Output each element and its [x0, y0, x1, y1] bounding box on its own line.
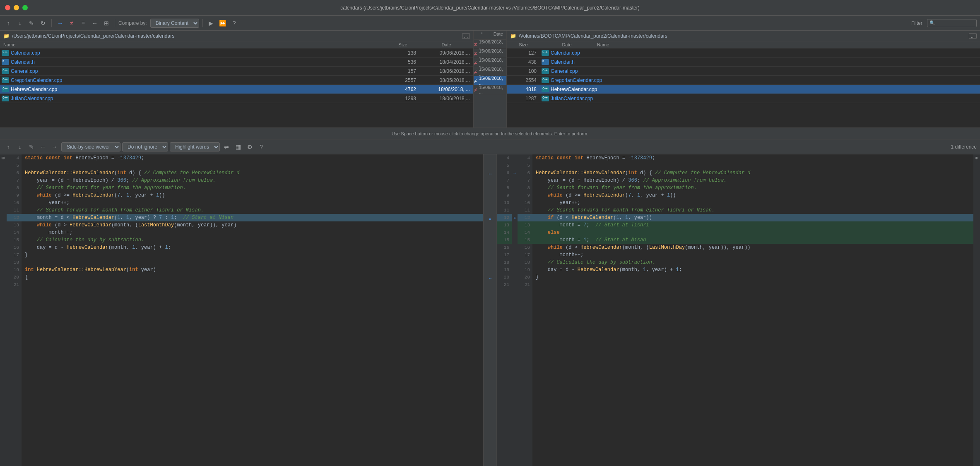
- diff-highlight-select[interactable]: Highlight words: [170, 142, 220, 151]
- right-ln-right-13: 13: [518, 221, 532, 229]
- right-code-line-20: }: [532, 274, 973, 281]
- arrow-right-button[interactable]: →: [55, 18, 65, 28]
- diff-settings-button[interactable]: ⇌: [222, 142, 231, 152]
- header-date-right: Date: [490, 31, 506, 39]
- left-ln-9: 9: [7, 192, 22, 199]
- right-path: /Volumes/BOOTCAMP/Calendar_pure2/Calenda…: [519, 33, 667, 39]
- left-file-row-3[interactable]: C++ GregorianCalendar.cpp 2557 08/05/201…: [0, 76, 473, 85]
- cpp-icon-0: C++: [2, 50, 9, 56]
- right-file-row-4[interactable]: 4818 C++ HebrewCalendar.cpp: [507, 85, 980, 94]
- left-size-4: 4762: [386, 86, 419, 92]
- left-date-1: 18/04/2018,...: [419, 59, 473, 65]
- right-ln-left-19: 19: [497, 266, 512, 274]
- right-size-4: 4818: [507, 86, 540, 92]
- right-arrow-12[interactable]: «: [513, 214, 515, 221]
- arrow-left-button[interactable]: ←: [90, 18, 100, 28]
- right-gutter-right: 4 5 6 7 8 9 10 11 12 13 14 15 16 17 18 1…: [518, 154, 532, 466]
- diff-edit-button[interactable]: ✎: [26, 142, 36, 152]
- right-ln-right-16: 16: [518, 244, 532, 251]
- close-button[interactable]: [5, 5, 10, 10]
- right-path-more-button[interactable]: ...: [969, 33, 977, 39]
- right-ln-left-7: 7: [497, 177, 512, 184]
- right-arrow-6[interactable]: ↔: [513, 169, 517, 177]
- diff-arrow-19[interactable]: ↔: [488, 274, 492, 282]
- title-bar: calendars (/Users/jetbrains/CLionProject…: [0, 0, 980, 16]
- left-code-line-12: month = d < HebrewCalendar(1, 1, year) ?…: [22, 214, 483, 221]
- refresh-button[interactable]: ↻: [38, 18, 48, 28]
- diff-ignore-select[interactable]: Do not ignore: [122, 142, 168, 151]
- diff-count: 1 difference: [951, 144, 977, 150]
- left-path-more-button[interactable]: ...: [462, 33, 470, 39]
- play-button[interactable]: ▶: [206, 18, 216, 28]
- right-code-line-14: else: [532, 229, 973, 236]
- left-ln-17: 17: [7, 251, 22, 259]
- h-icon-1: h: [2, 59, 9, 65]
- left-code-line-5: [22, 162, 483, 169]
- compare-by-label: Compare by:: [118, 20, 147, 26]
- left-gutter: 4 5 6 7 8 9 10 11 12 13 14 15 16 17 18 1…: [7, 154, 22, 466]
- right-code-line-5: [532, 162, 973, 169]
- diff-arrow-6[interactable]: ↔: [488, 170, 493, 178]
- left-filename-4: HebrewCalendar.cpp: [11, 86, 386, 92]
- not-equal-button[interactable]: ≠: [67, 18, 77, 28]
- left-file-row-4[interactable]: C++ HebrewCalendar.cpp 4762 18/06/2018, …: [0, 85, 473, 94]
- right-code-line-6: HebrewCalendar::HebrewCalendar(int d) { …: [532, 169, 973, 177]
- equal-button[interactable]: =: [78, 18, 88, 28]
- right-date-4: 15/06/2018, ...: [479, 76, 506, 86]
- left-code-line-7: year = (d + HebrewEpoch) / 366; // Appro…: [22, 177, 483, 184]
- right-file-row-2[interactable]: 100 C++ General.cpp: [507, 67, 980, 76]
- right-file-row-3[interactable]: 2554 C++ GregorianCalendar.cpp: [507, 76, 980, 85]
- right-ln-right-14: 14: [518, 229, 532, 236]
- right-ln-left-13: 13: [497, 221, 512, 229]
- merge-button[interactable]: ⊞: [101, 18, 111, 28]
- diff-gear-button[interactable]: ⚙: [245, 142, 255, 152]
- left-date-3: 08/05/2018,...: [419, 77, 473, 83]
- right-date-2: 15/06/2018, ...: [479, 58, 506, 67]
- right-file-pane: 📁 /Volumes/BOOTCAMP/Calendar_pure2/Calen…: [507, 31, 980, 127]
- question-button[interactable]: ?: [229, 18, 239, 28]
- filter-label: Filter:: [911, 20, 924, 26]
- right-ln-left-16: 16: [497, 244, 512, 251]
- right-path-bar: 📁 /Volumes/BOOTCAMP/Calendar_pure2/Calen…: [507, 31, 980, 41]
- left-file-row-0[interactable]: C++ Calendar.cpp 138 09/06/2018,...: [0, 48, 473, 58]
- left-code-line-4: static const int HebrewEpoch = -1373429;: [22, 154, 483, 162]
- diff-row-0: ≠ 15/06/2018, ...: [474, 40, 506, 49]
- diff-nav-down-button[interactable]: ↓: [15, 142, 25, 152]
- left-file-row-1[interactable]: h Calendar.h 536 18/04/2018,...: [0, 58, 473, 67]
- right-cpp-icon-0: C++: [542, 50, 549, 56]
- edit-button[interactable]: ✎: [26, 18, 36, 28]
- nav-up-button[interactable]: ↑: [3, 18, 13, 28]
- maximize-button[interactable]: [22, 5, 28, 10]
- diff-nav-up-button[interactable]: ↑: [3, 142, 13, 152]
- right-file-row-0[interactable]: 127 C++ Calendar.cpp: [507, 48, 980, 58]
- right-file-row-5[interactable]: 1287 C++ JulianCalendar.cpp: [507, 94, 980, 103]
- folder-icon-left: 📁: [3, 33, 10, 39]
- right-file-row-1[interactable]: 438 h Calendar.h: [507, 58, 980, 67]
- right-code-line-10: year++;: [532, 199, 973, 207]
- left-size-0: 138: [386, 50, 419, 56]
- diff-arrow-right-button[interactable]: →: [50, 142, 60, 152]
- left-file-row-5[interactable]: C++ JulianCalendar.cpp 1298 18/06/2018,.…: [0, 94, 473, 103]
- diff-arrow-12[interactable]: »: [489, 215, 491, 222]
- right-eye-col: 👁: [973, 154, 980, 466]
- fast-forward-button[interactable]: ⏩: [218, 18, 228, 28]
- diff-arrow-left-button[interactable]: ←: [38, 142, 48, 152]
- nav-down-button[interactable]: ↓: [15, 18, 25, 28]
- right-ln-left-5: 5: [497, 162, 512, 169]
- right-ln-right-19: 19: [518, 266, 532, 274]
- right-filename-3: GregorianCalendar.cpp: [551, 77, 980, 83]
- left-file-row-2[interactable]: C++ General.cpp 157 18/06/2018,...: [0, 67, 473, 76]
- diff-row-4: ≠ 15/06/2018, ...: [474, 76, 506, 85]
- separator-3: [202, 19, 203, 27]
- right-h-icon-1: h: [542, 59, 549, 65]
- right-code-line-12: if (d < HebrewCalendar(1, 1, year)): [532, 214, 973, 221]
- minimize-button[interactable]: [14, 5, 19, 10]
- diff-question-button[interactable]: ?: [256, 142, 266, 152]
- diff-columns-button[interactable]: ▦: [233, 142, 243, 152]
- center-diff-panel: * Date ≠ 15/06/2018, ... ≠ 15/06/2018, .…: [474, 31, 507, 127]
- diff-viewer-select[interactable]: Side-by-side viewer: [61, 142, 120, 151]
- window-title: calendars (/Users/jetbrains/CLionProject…: [340, 5, 639, 11]
- header-star: *: [474, 31, 490, 39]
- right-filename-2: General.cpp: [551, 68, 980, 74]
- compare-by-select[interactable]: Binary Content: [150, 19, 199, 28]
